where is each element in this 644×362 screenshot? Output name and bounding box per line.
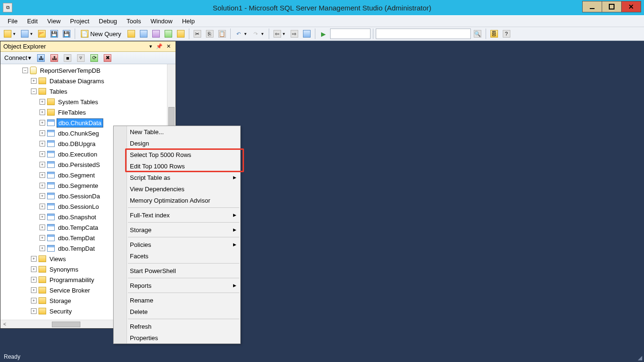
add-item-button[interactable]: ▼: [19, 28, 35, 39]
submenu-arrow-icon: ▶: [233, 175, 236, 180]
menu-help[interactable]: Help: [177, 17, 200, 26]
expand-icon[interactable]: +: [39, 204, 45, 209]
cm-design[interactable]: Design: [114, 137, 240, 149]
menu-tools[interactable]: Tools: [122, 17, 146, 26]
cm-script-table[interactable]: Script Table as▶: [114, 172, 240, 183]
nav-fwd-button[interactable]: ⇨: [289, 28, 300, 39]
expand-icon[interactable]: +: [31, 266, 37, 272]
expand-icon[interactable]: +: [39, 172, 45, 178]
window-position-icon[interactable]: ▾: [149, 43, 152, 49]
expand-icon[interactable]: +: [39, 151, 45, 157]
menu-view[interactable]: View: [42, 17, 65, 26]
dmx-query-button[interactable]: [150, 28, 162, 39]
filter-button[interactable]: ▿: [75, 52, 87, 64]
expand-icon[interactable]: +: [39, 130, 45, 136]
cancel-refresh-button[interactable]: ✖: [102, 52, 113, 64]
close-button[interactable]: ✕: [621, 1, 641, 12]
tree-folder-node[interactable]: +Database Diagrams: [0, 76, 167, 86]
undo-button[interactable]: ↶▼: [233, 28, 249, 39]
copy-button[interactable]: ⎘: [204, 28, 215, 39]
cm-fulltext[interactable]: Full-Text index▶: [114, 209, 240, 221]
expand-icon[interactable]: +: [39, 214, 45, 220]
expand-icon[interactable]: +: [31, 298, 37, 303]
expand-icon[interactable]: +: [39, 99, 45, 105]
menu-debug[interactable]: Debug: [94, 17, 122, 26]
expand-icon[interactable]: +: [39, 235, 45, 241]
expand-icon[interactable]: +: [39, 245, 45, 251]
pin-icon[interactable]: 📌: [156, 43, 163, 49]
cm-mem-opt[interactable]: Memory Optimization Advisor: [114, 195, 240, 206]
search-combo[interactable]: [376, 29, 471, 39]
save-button[interactable]: 💾: [49, 28, 60, 39]
menu-edit[interactable]: Edit: [22, 17, 42, 26]
expand-icon[interactable]: +: [39, 109, 45, 115]
redo-button[interactable]: ↷▼: [250, 28, 266, 39]
analysis-query-button[interactable]: [175, 28, 186, 39]
menu-project[interactable]: Project: [65, 17, 94, 26]
expand-icon[interactable]: +: [39, 120, 45, 126]
expand-icon[interactable]: +: [31, 287, 37, 293]
collapse-icon[interactable]: −: [22, 68, 28, 73]
paste-button[interactable]: 📋: [216, 28, 228, 39]
nav-back-button[interactable]: ⇦▼: [272, 28, 288, 39]
close-panel-icon[interactable]: ✕: [166, 43, 171, 49]
cm-select-top[interactable]: Select Top 5000 Rows: [114, 149, 240, 160]
cm-reports[interactable]: Reports▶: [114, 280, 240, 291]
cm-view-deps[interactable]: View Dependencies: [114, 183, 240, 195]
cm-edit-top[interactable]: Edit Top 1000 Rows: [114, 160, 240, 172]
tree-label: ReportServerTempDB: [39, 67, 102, 75]
new-project-button[interactable]: ▼: [2, 28, 18, 39]
connect-server-button[interactable]: 🖧: [35, 52, 47, 64]
xmla-query-button[interactable]: [163, 28, 174, 39]
db-query-button[interactable]: [126, 28, 137, 39]
object-explorer-titlebar[interactable]: Object Explorer ▾ 📌 ✕: [0, 41, 176, 52]
save-all-button[interactable]: 💾: [61, 28, 72, 39]
cm-powershell[interactable]: Start PowerShell: [114, 265, 240, 276]
tree-folder-node[interactable]: +FileTables: [0, 107, 167, 117]
registered-servers-button[interactable]: 🗄: [488, 28, 500, 39]
activity-button[interactable]: [301, 28, 312, 39]
resize-grip-icon[interactable]: ◢: [638, 354, 642, 361]
start-debug-button[interactable]: ▶: [318, 28, 329, 39]
cm-storage[interactable]: Storage▶: [114, 224, 240, 235]
cm-facets[interactable]: Facets: [114, 250, 240, 262]
tree-folder-node[interactable]: −Tables: [0, 86, 167, 97]
expand-icon[interactable]: +: [31, 277, 37, 283]
expand-icon[interactable]: +: [39, 225, 45, 230]
menu-file[interactable]: File: [3, 17, 22, 26]
mdx-query-button[interactable]: [138, 28, 149, 39]
connect-button[interactable]: Connect▾: [2, 54, 33, 61]
cm-policies[interactable]: Policies▶: [114, 239, 240, 250]
new-query-button[interactable]: 📄New Query: [78, 28, 125, 39]
help-button[interactable]: ?: [501, 28, 512, 39]
expand-icon[interactable]: +: [39, 183, 45, 188]
find-button[interactable]: 🔍: [472, 28, 483, 39]
expand-icon[interactable]: +: [39, 193, 45, 199]
tree-db-node[interactable]: −ReportServerTempDB: [0, 65, 167, 76]
cm-properties[interactable]: Properties: [114, 332, 240, 343]
cm-refresh[interactable]: Refresh: [114, 321, 240, 332]
collapse-icon[interactable]: −: [31, 88, 37, 94]
tree-label: Database Diagrams: [48, 77, 106, 85]
open-button[interactable]: 📂: [36, 28, 48, 39]
expand-icon[interactable]: +: [31, 78, 37, 84]
expand-icon[interactable]: +: [31, 308, 37, 314]
menu-window[interactable]: Window: [146, 17, 177, 26]
refresh-button[interactable]: ⟳: [88, 52, 100, 64]
scroll-left-icon[interactable]: <: [0, 322, 9, 327]
table-icon: [47, 245, 55, 252]
expand-icon[interactable]: +: [31, 256, 37, 262]
disconnect-button[interactable]: 🖧: [49, 52, 60, 64]
expand-icon[interactable]: +: [39, 141, 45, 147]
cm-delete[interactable]: Delete: [114, 306, 240, 317]
minimize-button[interactable]: [582, 1, 602, 12]
stop-button[interactable]: ■: [62, 52, 73, 64]
debug-config-combo[interactable]: [330, 29, 371, 39]
cut-button[interactable]: ✂: [192, 28, 203, 39]
cm-rename[interactable]: Rename: [114, 294, 240, 306]
expand-icon[interactable]: +: [39, 162, 45, 167]
maximize-button[interactable]: [602, 1, 622, 12]
tree-folder-node[interactable]: +System Tables: [0, 97, 167, 107]
cm-new-table[interactable]: New Table...: [114, 126, 240, 137]
scrollbar-thumb[interactable]: [52, 322, 80, 327]
